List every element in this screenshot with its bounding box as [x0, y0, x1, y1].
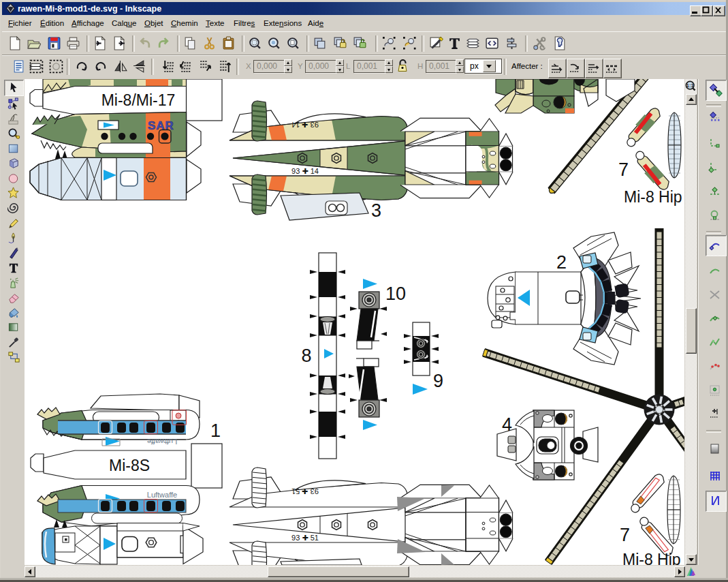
svg-text:10: 10	[385, 284, 406, 304]
svg-text:7: 7	[620, 525, 630, 545]
svg-text:1: 1	[210, 420, 221, 441]
svg-text:8: 8	[301, 346, 311, 366]
svg-text:Luftwaffe: Luftwaffe	[147, 438, 177, 446]
svg-text:7: 7	[618, 159, 629, 180]
svg-text:93 ✚ 51: 93 ✚ 51	[291, 534, 319, 542]
svg-text:Mi-8S: Mi-8S	[109, 457, 150, 474]
svg-text:2: 2	[556, 252, 567, 273]
svg-text:9: 9	[433, 371, 443, 391]
svg-text:93 ✚ 14: 93 ✚ 14	[291, 167, 319, 175]
svg-text:3: 3	[371, 200, 381, 221]
svg-text:93 ✚ 51: 93 ✚ 51	[291, 487, 319, 495]
svg-text:1:1: 1:1	[686, 82, 694, 89]
svg-text:Mi-8 Hip: Mi-8 Hip	[622, 551, 681, 565]
svg-text:Mi-8 Hip: Mi-8 Hip	[624, 188, 682, 206]
svg-text:4: 4	[502, 414, 512, 435]
svg-text:Mi-8/Mi-17: Mi-8/Mi-17	[101, 91, 176, 109]
svg-text:93 ✚ 14: 93 ✚ 14	[291, 121, 319, 129]
svg-text:Luftwaffe: Luftwaffe	[147, 491, 177, 499]
